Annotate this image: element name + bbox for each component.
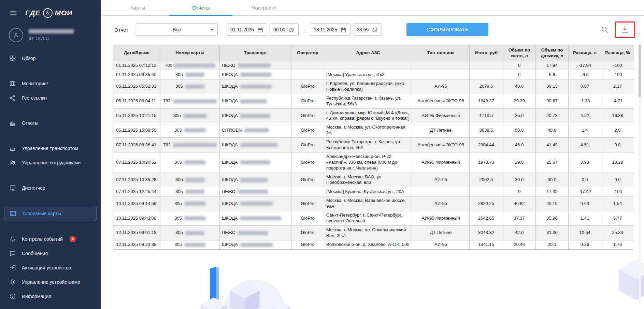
cell-transport: ШКОДА bbox=[220, 152, 291, 173]
column-header[interactable]: Номер карты bbox=[160, 45, 220, 61]
cell-total-rub: 1341.15 bbox=[470, 240, 503, 249]
menu-toggle-icon[interactable] bbox=[9, 9, 18, 17]
cell-transport-redacted bbox=[238, 231, 268, 235]
column-header[interactable]: Разница, % bbox=[601, 45, 634, 61]
column-header[interactable]: Адрес АЗС bbox=[324, 45, 412, 61]
tab-settings[interactable]: Настройки bbox=[232, 0, 296, 15]
cell-address bbox=[324, 61, 412, 70]
table-row[interactable]: 01.11.2025 09:35:40305ШКОДА[Москва] Урал… bbox=[113, 70, 634, 79]
download-icon[interactable] bbox=[620, 25, 629, 34]
cell-difference-l: 1.41 bbox=[569, 211, 601, 226]
bell-icon bbox=[9, 235, 16, 243]
vertical-scrollbar-thumb[interactable] bbox=[639, 45, 641, 97]
cell-difference-pct: 16.88 bbox=[601, 108, 634, 123]
clock-icon[interactable] bbox=[288, 27, 295, 33]
card-icon bbox=[9, 210, 17, 217]
sidebar-item-fuel-cards[interactable]: Топливные карты bbox=[4, 206, 97, 221]
sidebar-item-employee-management[interactable]: Управление сотрудниками bbox=[0, 156, 101, 170]
cell-transport-redacted bbox=[240, 178, 268, 182]
cell-fuel-type: ДТ Летнее bbox=[412, 225, 470, 240]
table-row[interactable]: 05.11.2025 08:04:11782ШКОДАGloProРеспубл… bbox=[113, 94, 634, 108]
cell-card-number: 305 bbox=[160, 152, 220, 173]
generate-report-button[interactable]: СФОРМИРОВАТЬ bbox=[406, 23, 488, 36]
column-header[interactable]: Разница, л bbox=[569, 45, 601, 61]
sidebar-item-device-activation[interactable]: Активация устройства bbox=[0, 261, 101, 275]
column-header[interactable]: Оператор bbox=[291, 45, 324, 61]
table-row[interactable]: 12.11.2025 09:23:38305ШКОДАGloProВолховс… bbox=[113, 240, 634, 249]
table-row[interactable]: 05.11.2025 05:52:33305ШКОДАGloProг. Коро… bbox=[113, 79, 634, 94]
sidebar-item-information[interactable]: Информация bbox=[0, 289, 101, 304]
cell-total-rub bbox=[470, 70, 503, 79]
cell-transport: CITROEN bbox=[220, 123, 291, 138]
cell-card-number: 782 bbox=[160, 138, 220, 152]
cell-transport-redacted bbox=[240, 160, 270, 164]
cell-difference-l: 0.36 bbox=[569, 240, 601, 249]
table-row[interactable]: 06.11.2025 15:08:55305CITROENGloProМоскв… bbox=[113, 123, 634, 138]
sidebar-item-reports[interactable]: Отчеты bbox=[0, 116, 101, 130]
cell-operator: GloPro bbox=[291, 152, 324, 173]
report-type-select[interactable]: Все bbox=[136, 24, 218, 36]
cell-card-number-prefix: 782 bbox=[163, 142, 171, 147]
cell-fuel-type bbox=[412, 70, 470, 79]
cell-operator: GloPro bbox=[291, 196, 324, 211]
sidebar-item-transport-management[interactable]: Управление транспортом bbox=[0, 141, 101, 156]
tab-reports[interactable]: Отчеты bbox=[169, 0, 232, 15]
cell-address: Волховский р-он, д. Хвалово, А-114, 500 bbox=[324, 240, 412, 249]
sidebar-item-device-management[interactable]: Управление устройствами bbox=[0, 275, 101, 289]
column-header[interactable]: Тип топлива bbox=[412, 45, 470, 61]
column-header[interactable]: Дата/Время bbox=[113, 45, 160, 61]
cell-difference-pct: 1.76 bbox=[601, 240, 634, 249]
sidebar-item-monitoring[interactable]: Мониторинг bbox=[0, 76, 101, 91]
cell-volume-card: 42.0 bbox=[503, 225, 536, 240]
table-row[interactable]: 05.11.2025 10:21:15305ШКОДАGloProг. Домо… bbox=[113, 108, 634, 123]
logo-pin-icon bbox=[43, 8, 53, 18]
sidebar-item-dispatcher[interactable]: Диспетчер bbox=[0, 181, 101, 195]
calendar-icon[interactable] bbox=[257, 27, 263, 33]
table-row[interactable]: 07.11.2025 12:25:44305ПЕЖО[Москва] Куско… bbox=[113, 187, 634, 196]
search-icon[interactable] bbox=[600, 25, 609, 34]
cell-volume-sensor: 25.67 bbox=[536, 152, 569, 173]
sidebar-item-messages[interactable]: Сообщения bbox=[0, 246, 101, 261]
sidebar-header: ГДЕ МОИ bbox=[0, 0, 101, 20]
cell-volume-sensor: 35.96 bbox=[536, 211, 569, 226]
cell-card-number-redacted bbox=[185, 85, 204, 89]
time-to-field[interactable]: 23:59 bbox=[353, 24, 382, 36]
column-header[interactable]: Объем по карте, л bbox=[503, 45, 536, 61]
cell-card-number: 305 bbox=[160, 240, 220, 249]
cell-volume-sensor: 48.6 bbox=[536, 123, 569, 138]
cell-transport-prefix: ПЕЖО bbox=[222, 63, 235, 68]
column-header[interactable]: Объем по датчику, л bbox=[536, 45, 569, 61]
table-row[interactable]: 07.11.2025 08:36:41782ШКОДАGloProРеспубл… bbox=[113, 138, 634, 152]
calendar-icon[interactable] bbox=[340, 27, 347, 33]
sidebar-item-overview[interactable]: Обзор bbox=[0, 51, 101, 65]
clock-icon[interactable] bbox=[372, 27, 378, 33]
date-to-field[interactable]: 13.11.2025 bbox=[310, 24, 350, 36]
time-from-field[interactable]: 00:00 bbox=[270, 24, 299, 36]
table-row[interactable]: 07.11.2025 10:35:28305ШКОДАGloProМосква,… bbox=[113, 173, 634, 187]
cell-volume-card: 25.0 bbox=[503, 108, 536, 123]
cell-transport: ШКОДА bbox=[220, 173, 291, 187]
table-row[interactable]: 01.11.2025 07:12:13700ПЕЖО017.94-17.94-1… bbox=[113, 61, 634, 70]
gear-icon bbox=[9, 278, 16, 286]
table-row[interactable]: 12.11.2025 09:01:18305ПЕЖОGloProМосква, … bbox=[113, 225, 634, 240]
table-row[interactable]: 10.11.2025 09:43:08305ШКОДАGloProСанкт-П… bbox=[113, 211, 634, 226]
table-row[interactable]: 07.11.2025 10:20:52305ШКОДАGloProАлексан… bbox=[113, 152, 634, 173]
calendar-icon bbox=[257, 27, 263, 33]
cell-datetime: 12.11.2025 09:23:38 bbox=[113, 240, 160, 249]
column-header[interactable]: Итого, руб bbox=[470, 45, 503, 61]
cell-volume-sensor: 20.1 bbox=[536, 240, 569, 249]
user-block[interactable]: ID: 187511 bbox=[0, 20, 101, 47]
sidebar-item-event-control[interactable]: Контроль событий4 bbox=[0, 232, 101, 246]
sidebar-item-geo-links[interactable]: Гео-ссылки bbox=[0, 91, 101, 105]
date-from-field[interactable]: 01.11.2025 bbox=[227, 24, 267, 36]
tab-cards[interactable]: Карты bbox=[106, 0, 169, 15]
cell-fuel-type bbox=[412, 61, 470, 70]
sidebar-item-label: Гео-ссылки bbox=[22, 95, 47, 101]
cell-datetime: 05.11.2025 05:52:33 bbox=[113, 79, 160, 94]
user-name-redacted bbox=[29, 29, 74, 33]
cell-card-number-redacted bbox=[173, 143, 217, 147]
tabs-bar: КартыОтчетыНастройки bbox=[101, 0, 644, 16]
cell-volume-sensor: 41.49 bbox=[536, 138, 569, 152]
column-header[interactable]: Транспорт bbox=[220, 45, 291, 61]
table-row[interactable]: 10.11.2025 09:14:56305ШКОДАGloProМосква,… bbox=[113, 196, 634, 211]
